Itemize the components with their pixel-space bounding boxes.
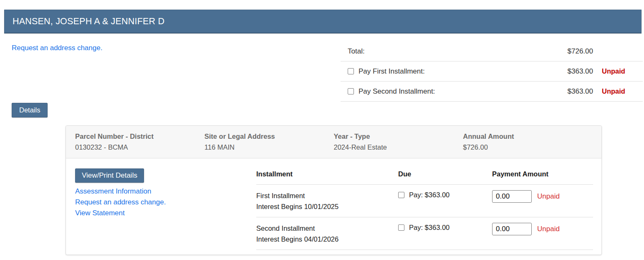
- owner-header-bar: HANSEN, JOSEPH A & JENNIFER D: [4, 10, 641, 33]
- payment-summary-table: Total: $726.00 Pay First Installment: $3…: [341, 41, 643, 102]
- view-print-details-button[interactable]: View/Print Details: [75, 168, 144, 183]
- first-installment-cell: First Installment Interest Begins 10/01/…: [256, 190, 398, 212]
- year-type-value: 2024-Real Estate: [334, 142, 463, 153]
- tax-payment-page: HANSEN, JOSEPH A & JENNIFER D Request an…: [0, 0, 644, 260]
- table-row-second-installment: Second Installment Interest Begins 04/01…: [256, 217, 593, 250]
- second-installment-unpaid-status: Unpaid: [537, 225, 560, 233]
- parcel-number-district-label: Parcel Number - District: [75, 131, 205, 142]
- site-legal-address-col: Site or Legal Address 116 MAIN: [205, 131, 334, 153]
- second-installment-status: Unpaid: [593, 87, 643, 95]
- address-change-link-top[interactable]: Request an address change.: [12, 44, 102, 52]
- first-installment-label-wrap: Pay First Installment:: [348, 67, 556, 76]
- pay-second-installment-checkbox[interactable]: [348, 88, 354, 94]
- second-installment-due-cell: Pay: $363.00: [398, 223, 492, 232]
- details-panel: Parcel Number - District 0130232 - BCMA …: [66, 125, 602, 255]
- year-type-col: Year - Type 2024-Real Estate: [334, 131, 463, 153]
- annual-amount-col: Annual Amount $726.00: [463, 131, 592, 153]
- pay-first-installment-checkbox[interactable]: [348, 68, 354, 74]
- first-installment-payment-input[interactable]: [492, 190, 532, 203]
- details-panel-body: View/Print Details Assessment Informatio…: [66, 158, 601, 256]
- details-button[interactable]: Details: [12, 103, 48, 117]
- first-installment-payment-cell: Unpaid: [492, 190, 593, 203]
- installment-table: Installment Due Payment Amount First Ins…: [256, 158, 593, 250]
- first-installment-interest: Interest Begins 10/01/2025: [256, 201, 398, 212]
- first-installment-amount: $363.00: [556, 67, 593, 76]
- owner-name-title: HANSEN, JOSEPH A & JENNIFER D: [13, 16, 164, 27]
- second-installment-payment-cell: Unpaid: [492, 223, 593, 235]
- second-installment-pay-checkbox[interactable]: [398, 224, 404, 231]
- parcel-number-district-value: 0130232 - BCMA: [75, 142, 205, 153]
- annual-amount-label: Annual Amount: [463, 131, 592, 142]
- view-statement-link[interactable]: View Statement: [75, 208, 250, 219]
- summary-row-second-installment: Pay Second Installment: $363.00 Unpaid: [341, 82, 643, 102]
- payment-amount-column-header: Payment Amount: [492, 170, 593, 178]
- second-installment-due-text: Pay: $363.00: [409, 224, 450, 232]
- first-installment-name: First Installment: [256, 190, 398, 201]
- total-amount: $726.00: [556, 47, 593, 56]
- year-type-label: Year - Type: [334, 131, 463, 142]
- parcel-number-district-col: Parcel Number - District 0130232 - BCMA: [75, 131, 205, 153]
- assessment-information-link[interactable]: Assessment Information: [75, 186, 250, 197]
- summary-row-total: Total: $726.00: [341, 41, 643, 61]
- total-label: Total:: [348, 47, 556, 56]
- summary-row-first-installment: Pay First Installment: $363.00 Unpaid: [341, 61, 643, 82]
- table-row-first-installment: First Installment Interest Begins 10/01/…: [256, 185, 593, 217]
- second-installment-interest: Interest Begins 04/01/2026: [256, 234, 398, 245]
- due-column-header: Due: [398, 170, 492, 178]
- first-installment-status: Unpaid: [593, 67, 643, 75]
- first-installment-due-cell: Pay: $363.00: [398, 190, 492, 199]
- pay-first-installment-label: Pay First Installment:: [359, 67, 425, 76]
- second-installment-name: Second Installment: [256, 223, 398, 234]
- first-installment-due-text: Pay: $363.00: [409, 191, 450, 199]
- site-legal-address-value: 116 MAIN: [205, 142, 334, 153]
- pay-second-installment-label: Pay Second Installment:: [359, 87, 435, 96]
- second-installment-amount: $363.00: [556, 87, 593, 96]
- second-installment-cell: Second Installment Interest Begins 04/01…: [256, 223, 398, 245]
- address-change-link-panel[interactable]: Request an address change.: [75, 197, 250, 208]
- first-installment-pay-checkbox[interactable]: [398, 192, 404, 198]
- parcel-info-header: Parcel Number - District 0130232 - BCMA …: [66, 126, 601, 158]
- details-links: Assessment Information Request an addres…: [75, 186, 250, 219]
- site-legal-address-label: Site or Legal Address: [205, 131, 334, 142]
- installment-column-header: Installment: [256, 170, 398, 178]
- annual-amount-value: $726.00: [463, 142, 592, 153]
- details-left-column: View/Print Details Assessment Informatio…: [75, 168, 250, 219]
- second-installment-label-wrap: Pay Second Installment:: [348, 87, 556, 96]
- first-installment-unpaid-status: Unpaid: [537, 192, 560, 201]
- installment-table-header: Installment Due Payment Amount: [256, 158, 593, 185]
- second-installment-payment-input[interactable]: [492, 223, 532, 235]
